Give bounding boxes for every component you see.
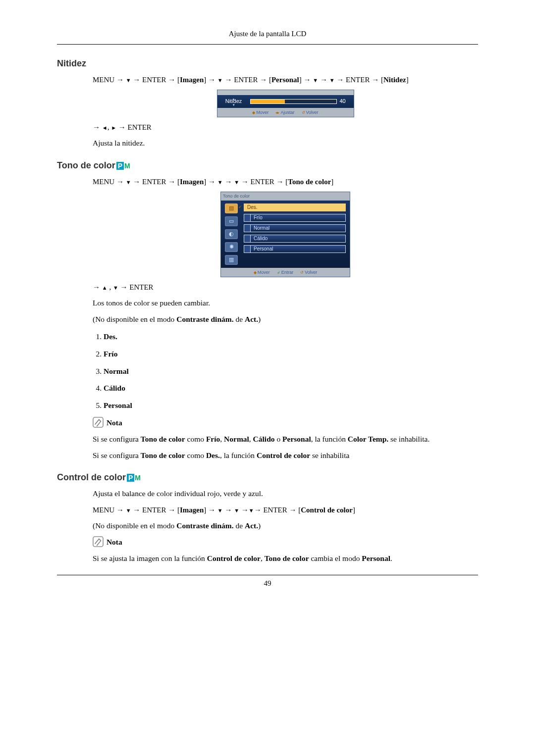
heading-text: Control de color [57,472,126,483]
section-heading-tono: Tono de color PM [57,160,478,171]
note-icon [93,536,104,547]
page-header: Ajuste de la pantalla LCD [57,30,478,38]
nav-path-nitidez: MENU → → ENTER → [Imagen] → → ENTER → [P… [93,74,478,86]
desc-control: Ajusta el balance de color individual ro… [93,488,478,500]
pm-badge-icon: PM [116,162,131,170]
divider-top [57,44,478,45]
divider-bottom [57,575,478,575]
side-icon-picture: ▧ [225,203,238,213]
list-item: Cálido [104,382,478,395]
nav-path-tono: MENU → → ENTER → [Imagen] → → → ENTER → … [93,176,478,188]
nota-text-2: Si se configura Tono de color como Des.,… [93,450,478,462]
desc-tono-2: (No disponible en el modo Contraste diná… [93,313,478,326]
svg-rect-1 [93,537,103,547]
osd-nav-bar: ◆Mover ↲Entrar ↺Volver [221,268,350,277]
side-icon-gear: ✺ [225,242,238,252]
osd-tono: Tono de color ▧ ▭ ◐ ✺ ▥ ✔Des. Frío Norma… [220,192,350,277]
osd-slider[interactable] [250,99,337,104]
heading-text: Tono de color [57,160,115,171]
heading-text: Nitidez [57,58,86,69]
section-heading-nitidez: Nitidez [57,58,478,69]
osd-nitidez: ▴ Nitidez ▾ 40 ◆Mover ◂▸Ajustar ↺Volver [217,90,354,117]
osd-value: 40 [340,97,351,106]
nota-heading-control: Nota [93,536,478,549]
side-icon-multi: ▥ [225,255,238,265]
nota-text-control: Si se ajusta la imagen con la función Co… [93,553,478,565]
nota-text-1: Si se configura Tono de color como Frío,… [93,433,478,446]
desc-tono-1: Los tonos de color se pueden cambiar. [93,297,478,309]
tono-option-list: Des. Frío Normal Cálido Personal [93,331,478,412]
side-icon-input: ▭ [225,216,238,226]
list-item: Personal [104,400,478,412]
osd-label: ▴ Nitidez ▾ [220,97,247,106]
note-icon [93,417,104,428]
opt-personal[interactable]: Personal [244,245,346,253]
after-osd-nitidez: → , → ENTER [93,121,478,133]
osd-title: Tono de color [221,192,350,200]
desc-control-2: (No disponible en el modo Contraste diná… [93,520,478,532]
nav-path-control: MENU → → ENTER → [Imagen] → → →→ ENTER →… [93,504,478,516]
opt-des[interactable]: ✔Des. [244,203,346,211]
pm-badge-icon: PM [127,474,141,482]
list-item: Normal [104,365,478,378]
page-number: 49 [57,579,478,588]
desc-nitidez: Ajusta la nitidez. [93,137,478,150]
osd-nav-bar: ◆Mover ◂▸Ajustar ↺Volver [217,108,354,117]
list-item: Des. [104,331,478,343]
opt-frio[interactable]: Frío [244,214,346,222]
side-icon-circle: ◐ [225,229,238,239]
nota-heading: Nota [93,417,478,429]
opt-calido[interactable]: Cálido [244,235,346,243]
svg-rect-0 [93,417,103,427]
opt-normal[interactable]: Normal [244,224,346,232]
section-heading-control: Control de color PM [57,472,478,483]
after-osd-tono: → , → ENTER [93,281,478,293]
list-item: Frío [104,348,478,360]
